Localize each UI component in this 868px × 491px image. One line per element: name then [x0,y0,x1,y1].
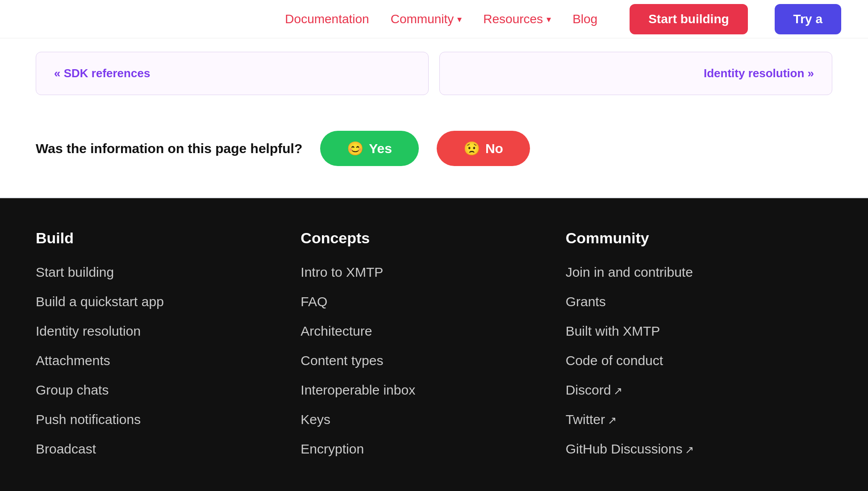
footer-link-twitter[interactable]: Twitter↗ [566,412,830,427]
header: Documentation Community ▾ Resources ▾ Bl… [0,0,868,38]
footer-link-code-of-conduct[interactable]: Code of conduct [566,353,830,368]
footer-community-col: Community Join in and contribute Grants … [566,229,830,471]
footer-link-discord[interactable]: Discord↗ [566,383,830,398]
try-button[interactable]: Try a [775,4,841,34]
footer-link-broadcast[interactable]: Broadcast [36,441,300,457]
nav-resources[interactable]: Resources ▾ [483,12,551,26]
nav-documentation[interactable]: Documentation [285,12,369,26]
yes-emoji: 😊 [347,141,363,156]
main-nav: Documentation Community ▾ Resources ▾ Bl… [285,4,841,34]
external-link-icon: ↗ [613,385,622,397]
footer-link-keys[interactable]: Keys [300,412,565,427]
nav-cards: « SDK references Identity resolution » [0,38,868,108]
footer-build-title: Build [36,229,300,247]
yes-label: Yes [369,141,392,156]
footer-link-github-discussions[interactable]: GitHub Discussions↗ [566,441,830,457]
footer-link-architecture[interactable]: Architecture [300,324,565,339]
next-nav-link[interactable]: Identity resolution » [458,67,814,80]
footer-link-quickstart-app[interactable]: Build a quickstart app [36,294,300,309]
footer-link-start-building[interactable]: Start building [36,265,300,280]
community-chevron-icon: ▾ [457,14,462,25]
prev-nav-link[interactable]: « SDK references [54,67,150,80]
footer-link-encryption[interactable]: Encryption [300,441,565,457]
footer-community-title: Community [566,229,830,247]
main-content: « SDK references Identity resolution » W… [0,0,868,491]
external-link-icon: ↗ [685,444,694,456]
footer-link-identity-resolution[interactable]: Identity resolution [36,324,300,339]
footer-link-group-chats[interactable]: Group chats [36,383,300,398]
start-building-button[interactable]: Start building [630,4,747,34]
no-button[interactable]: 😟 No [437,131,530,166]
footer-link-grants[interactable]: Grants [566,294,830,309]
no-emoji: 😟 [463,141,480,156]
external-link-icon: ↗ [608,414,617,426]
next-nav-card[interactable]: Identity resolution » [439,52,832,95]
prev-nav-card[interactable]: « SDK references [36,52,429,95]
yes-button[interactable]: 😊 Yes [320,131,419,166]
no-label: No [485,141,503,156]
nav-blog[interactable]: Blog [572,12,597,26]
footer-concepts-col: Concepts Intro to XMTP FAQ Architecture … [300,229,565,471]
feedback-section: Was the information on this page helpful… [0,108,868,188]
footer-link-faq[interactable]: FAQ [300,294,565,309]
footer-link-content-types[interactable]: Content types [300,353,565,368]
footer-link-join-contribute[interactable]: Join in and contribute [566,265,830,280]
footer-link-attachments[interactable]: Attachments [36,353,300,368]
feedback-question: Was the information on this page helpful… [36,141,302,156]
footer-concepts-title: Concepts [300,229,565,247]
footer-link-push-notifications[interactable]: Push notifications [36,412,300,427]
nav-community[interactable]: Community ▾ [391,12,462,26]
resources-chevron-icon: ▾ [547,14,551,25]
footer-link-intro-xmtp[interactable]: Intro to XMTP [300,265,565,280]
footer-link-built-with-xmtp[interactable]: Built with XMTP [566,324,830,339]
footer-build-col: Build Start building Build a quickstart … [36,229,300,471]
footer: Build Start building Build a quickstart … [0,198,868,491]
footer-link-interoperable-inbox[interactable]: Interoperable inbox [300,383,565,398]
footer-grid: Build Start building Build a quickstart … [36,229,830,471]
